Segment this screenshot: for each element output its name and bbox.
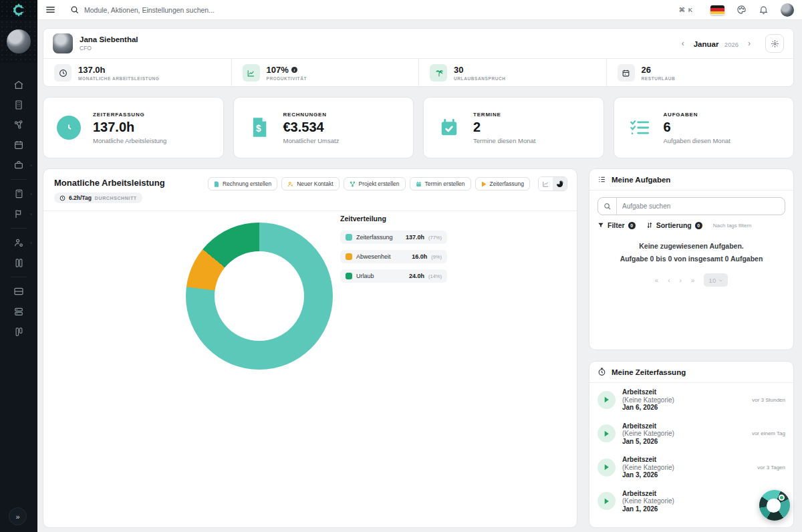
legend-swatch: [346, 273, 352, 279]
empty-line-1: Keine zugewiesenen Aufgaben.: [589, 240, 793, 253]
filter-button[interactable]: Filter 0: [597, 221, 636, 229]
online-status-dot: [779, 495, 785, 501]
card-rechnungen[interactable]: $ RECHNUNGEN €3.534 Monatlicher Umsatz: [233, 97, 414, 158]
prev-page-button[interactable]: ‹: [668, 277, 670, 284]
my-tasks-panel: Meine Aufgaben Filter 0 Sortierung 0 Nac…: [589, 168, 794, 350]
last-page-button[interactable]: »: [691, 277, 695, 284]
next-page-button[interactable]: ›: [680, 277, 682, 284]
chevron-right-icon: ›: [30, 162, 32, 168]
sidebar-item-projects[interactable]: ›: [0, 204, 37, 224]
pie-view-button[interactable]: [553, 177, 567, 190]
line-chart-icon: [542, 180, 549, 188]
menu-toggle-button[interactable]: [45, 5, 55, 15]
new-contact-button[interactable]: Neuer Kontakt: [281, 177, 339, 190]
sidebar-item-hr[interactable]: ›: [0, 233, 37, 253]
sidebar-item-company[interactable]: [0, 95, 37, 115]
time-entry[interactable]: Arbeitszeit (Keine Kategorie) Jan 3, 202…: [589, 450, 793, 485]
stat-remaining-vacation: 26 RESTURLAUB: [606, 59, 794, 87]
donut-chart[interactable]: [186, 223, 333, 370]
stat-label: RESTURLAUB: [642, 76, 676, 81]
stat-vacation-entitlement: 30 URLAUBSANSPRUCH: [418, 59, 606, 87]
stats-row: 137.0h MONATLICHE ARBEITSLEISTUNG 107%i …: [43, 59, 793, 87]
legend-item-abwesenheit[interactable]: Abwesenheit 16.0h (9%): [340, 250, 447, 263]
next-month-button[interactable]: ›: [745, 39, 753, 48]
chart-header: Monatliche Arbeitsleistung 6.2h/Tag DURC…: [43, 169, 577, 211]
sidebar-item-home[interactable]: [0, 75, 37, 95]
sidebar-expand-button[interactable]: »: [9, 507, 27, 525]
sidebar-item-work[interactable]: ›: [0, 155, 37, 175]
profile-avatar[interactable]: [781, 3, 794, 17]
theme-palette-button[interactable]: [737, 5, 747, 15]
first-page-button[interactable]: «: [655, 277, 659, 284]
sidebar-item-cards[interactable]: [0, 253, 37, 273]
calculator-icon: [14, 188, 24, 199]
play-icon: [481, 181, 487, 187]
legend-item-zeiterfassung[interactable]: Zeiterfassung 137.0h (77%): [340, 231, 447, 244]
create-appointment-button[interactable]: Termin erstellen: [410, 177, 471, 190]
assistant-floating-button[interactable]: [759, 490, 790, 521]
card-aufgaben[interactable]: AUFGABEN 6 Aufgaben diesen Monat: [614, 97, 795, 158]
sidebar-user-avatar[interactable]: [7, 29, 31, 53]
dashboard-settings-button[interactable]: [765, 34, 784, 53]
sidebar-item-kanban[interactable]: [0, 321, 37, 342]
card-value: 6: [664, 120, 730, 135]
sidebar: › › › › »: [0, 0, 37, 532]
calendar-icon: [416, 181, 422, 187]
global-search-input[interactable]: [84, 6, 325, 14]
gear-logo-icon: [11, 3, 26, 17]
clock-icon: [59, 195, 65, 201]
trend-chart-icon: [247, 69, 255, 78]
card-zeiterfassung[interactable]: ZEITERFASSUNG 137.0h Monatliche Arbeitsl…: [43, 97, 224, 158]
sidebar-item-panel[interactable]: [0, 281, 37, 301]
sidebar-item-finance[interactable]: ›: [0, 184, 37, 204]
month-label: Januar: [694, 40, 719, 48]
line-view-button[interactable]: [539, 177, 553, 190]
create-project-button[interactable]: Projekt erstellen: [344, 177, 406, 190]
sort-button[interactable]: Sortierung 0: [646, 221, 702, 229]
sidebar-divider: [11, 228, 27, 229]
calendar-icon: [622, 69, 630, 78]
entry-relative-time: vor einem Tag: [752, 430, 785, 436]
chevron-right-icon: ›: [30, 240, 32, 246]
card-termine[interactable]: TERMINE 2 Termine diesen Monat: [423, 97, 604, 158]
sidebar-item-calendar[interactable]: [0, 135, 37, 155]
user-plus-icon: [287, 181, 293, 187]
app-logo[interactable]: [0, 0, 37, 20]
play-icon[interactable]: [597, 492, 616, 510]
topbar: ⌘ K: [37, 0, 802, 20]
notifications-button[interactable]: [759, 5, 769, 15]
calendar-icon: [13, 140, 24, 150]
create-invoice-button[interactable]: Rechnung erstellen: [208, 177, 277, 190]
time-entry[interactable]: Arbeitszeit (Keine Kategorie) Jan 5, 202…: [589, 417, 793, 451]
stat-value: 26: [642, 65, 676, 75]
info-icon[interactable]: i: [291, 67, 297, 73]
filter-icon: [597, 222, 604, 229]
date-navigation: ‹ Januar 2026 ›: [679, 34, 784, 53]
language-flag-button[interactable]: [710, 5, 724, 15]
play-icon[interactable]: [597, 391, 616, 409]
user-name: Jana Siebenthal: [80, 35, 138, 43]
legend-item-urlaub[interactable]: Urlaub 24.0h (14%): [340, 269, 447, 283]
summary-cards-row: ZEITERFASSUNG 137.0h Monatliche Arbeitsl…: [43, 97, 794, 158]
stat-value: 30: [454, 65, 506, 75]
pie-chart-icon: [556, 180, 563, 188]
time-tracking-button[interactable]: Zeiterfassung: [475, 177, 531, 190]
task-search-input[interactable]: [617, 203, 785, 210]
sidebar-item-network[interactable]: [0, 115, 37, 135]
home-icon: [13, 80, 24, 90]
palette-icon: [737, 5, 747, 15]
average-value: 6.2h/Tag: [69, 194, 92, 201]
play-icon[interactable]: [597, 458, 616, 477]
legend-title: Zeitverteilung: [340, 215, 447, 223]
hamburger-icon: [45, 5, 55, 15]
clock-icon: [59, 69, 68, 78]
prev-month-button[interactable]: ‹: [679, 39, 687, 48]
entry-relative-time: vor 3 Stunden: [752, 397, 785, 403]
sidebar-divider: [11, 277, 27, 277]
time-entry[interactable]: Arbeitszeit (Keine Kategorie) Jan 6, 202…: [589, 383, 793, 417]
chart-legend: Zeitverteilung Zeiterfassung 137.0h (77%…: [340, 215, 447, 289]
sidebar-item-stack[interactable]: [0, 301, 37, 321]
user-role: CFO: [80, 45, 138, 51]
page-size-select[interactable]: 10: [704, 273, 728, 287]
play-icon[interactable]: [597, 424, 616, 442]
